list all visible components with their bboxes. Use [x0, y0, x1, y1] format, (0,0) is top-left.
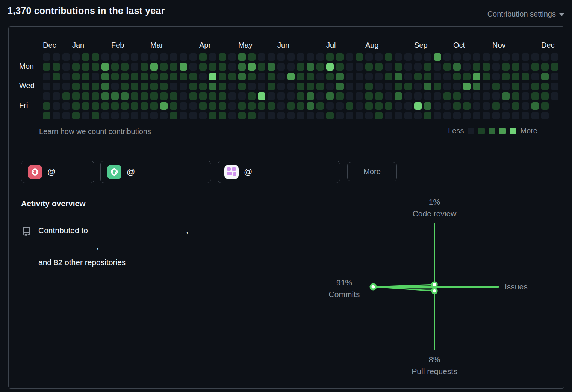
- contribution-cell[interactable]: [541, 92, 549, 100]
- contribution-cell[interactable]: [356, 53, 363, 61]
- contribution-cell[interactable]: [170, 112, 177, 119]
- contribution-cell[interactable]: [463, 92, 471, 100]
- contribution-cell[interactable]: [346, 53, 353, 61]
- contribution-cell[interactable]: [483, 112, 490, 119]
- contribution-cell[interactable]: [326, 63, 334, 71]
- contribution-cell[interactable]: [43, 73, 50, 80]
- contribution-cell[interactable]: [336, 92, 344, 100]
- contribution-cell[interactable]: [238, 92, 246, 100]
- contribution-cell[interactable]: [492, 83, 500, 90]
- contribution-cell[interactable]: [522, 63, 529, 71]
- contribution-cell[interactable]: [424, 102, 431, 110]
- pull-requests-point[interactable]: [432, 289, 437, 294]
- contribution-cell[interactable]: [287, 73, 295, 80]
- contribution-cell[interactable]: [92, 53, 99, 61]
- contribution-cell[interactable]: [551, 83, 558, 90]
- contribution-cell[interactable]: [82, 73, 89, 80]
- organization-filter-button[interactable]: @: [21, 161, 94, 183]
- contribution-cell[interactable]: [414, 73, 422, 80]
- contribution-cell[interactable]: [219, 53, 226, 61]
- contribution-cell[interactable]: [248, 112, 256, 119]
- contribution-cell[interactable]: [297, 53, 304, 61]
- contribution-cell[interactable]: [150, 102, 158, 110]
- contribution-cell[interactable]: [541, 73, 549, 80]
- contribution-cell[interactable]: [375, 83, 383, 90]
- contribution-cell[interactable]: [62, 73, 70, 80]
- contribution-cell[interactable]: [404, 83, 412, 90]
- contribution-cell[interactable]: [82, 102, 89, 110]
- learn-contributions-link[interactable]: Learn how we count contributions: [39, 127, 151, 136]
- contribution-cell[interactable]: [92, 63, 99, 71]
- contribution-cell[interactable]: [512, 112, 519, 119]
- contribution-cell[interactable]: [346, 83, 353, 90]
- contribution-cell[interactable]: [92, 92, 99, 100]
- more-organizations-button[interactable]: More: [347, 162, 397, 181]
- contribution-cell[interactable]: [453, 92, 461, 100]
- contribution-cell[interactable]: [365, 92, 373, 100]
- contribution-cell[interactable]: [72, 63, 80, 71]
- contribution-cell[interactable]: [111, 112, 119, 119]
- contribution-cell[interactable]: [522, 73, 529, 80]
- contribution-cell[interactable]: [385, 102, 392, 110]
- contribution-cell[interactable]: [209, 102, 216, 110]
- contribution-cell[interactable]: [395, 102, 402, 110]
- contribution-cell[interactable]: [180, 53, 187, 61]
- contribution-cell[interactable]: [219, 112, 226, 119]
- contribution-cell[interactable]: [483, 73, 490, 80]
- contribution-cell[interactable]: [219, 73, 226, 80]
- contribution-cell[interactable]: [121, 73, 129, 80]
- contribution-cell[interactable]: [512, 53, 519, 61]
- contribution-cell[interactable]: [150, 92, 158, 100]
- contribution-cell[interactable]: [150, 83, 158, 90]
- contribution-cell[interactable]: [414, 53, 422, 61]
- organization-filter-button[interactable]: @: [218, 161, 340, 183]
- contribution-cell[interactable]: [336, 53, 344, 61]
- contribution-cell[interactable]: [53, 63, 60, 71]
- contribution-cell[interactable]: [522, 92, 529, 100]
- contribution-cell[interactable]: [43, 102, 50, 110]
- contribution-cell[interactable]: [316, 73, 324, 80]
- contribution-cell[interactable]: [531, 92, 539, 100]
- contribution-cell[interactable]: [62, 53, 70, 61]
- contribution-cell[interactable]: [336, 83, 344, 90]
- contribution-cell[interactable]: [375, 102, 383, 110]
- commits-axis-label[interactable]: Commits: [307, 289, 382, 300]
- contribution-cell[interactable]: [180, 83, 187, 90]
- contribution-cell[interactable]: [307, 73, 314, 80]
- contribution-cell[interactable]: [326, 112, 334, 119]
- contribution-cell[interactable]: [502, 92, 510, 100]
- contribution-cell[interactable]: [209, 92, 216, 100]
- contribution-cell[interactable]: [434, 73, 441, 80]
- contribution-cell[interactable]: [141, 83, 148, 90]
- contribution-cell[interactable]: [258, 53, 265, 61]
- contribution-cell[interactable]: [170, 102, 177, 110]
- contribution-cell[interactable]: [326, 83, 334, 90]
- contribution-cell[interactable]: [531, 112, 539, 119]
- contribution-cell[interactable]: [541, 112, 549, 119]
- contribution-cell[interactable]: [483, 83, 490, 90]
- contribution-cell[interactable]: [248, 53, 256, 61]
- contribution-cell[interactable]: [209, 112, 216, 119]
- contribution-cell[interactable]: [72, 92, 80, 100]
- contribution-cell[interactable]: [189, 102, 197, 110]
- contribution-cell[interactable]: [297, 102, 304, 110]
- contribution-cell[interactable]: [424, 73, 431, 80]
- contribution-cell[interactable]: [483, 102, 490, 110]
- contribution-cell[interactable]: [434, 112, 441, 119]
- contribution-cell[interactable]: [414, 83, 422, 90]
- contribution-cell[interactable]: [277, 73, 285, 80]
- contribution-cell[interactable]: [551, 53, 558, 61]
- contribution-cell[interactable]: [82, 92, 89, 100]
- contribution-cell[interactable]: [541, 53, 549, 61]
- contribution-cell[interactable]: [43, 53, 50, 61]
- contribution-cell[interactable]: [424, 53, 431, 61]
- contribution-cell[interactable]: [551, 63, 558, 71]
- contribution-cell[interactable]: [277, 102, 285, 110]
- contribution-cell[interactable]: [414, 102, 422, 110]
- contribution-cell[interactable]: [268, 83, 275, 90]
- contribution-cell[interactable]: [307, 102, 314, 110]
- contribution-cell[interactable]: [551, 92, 558, 100]
- contribution-cell[interactable]: [62, 83, 70, 90]
- contribution-cell[interactable]: [356, 102, 363, 110]
- contribution-cell[interactable]: [131, 92, 138, 100]
